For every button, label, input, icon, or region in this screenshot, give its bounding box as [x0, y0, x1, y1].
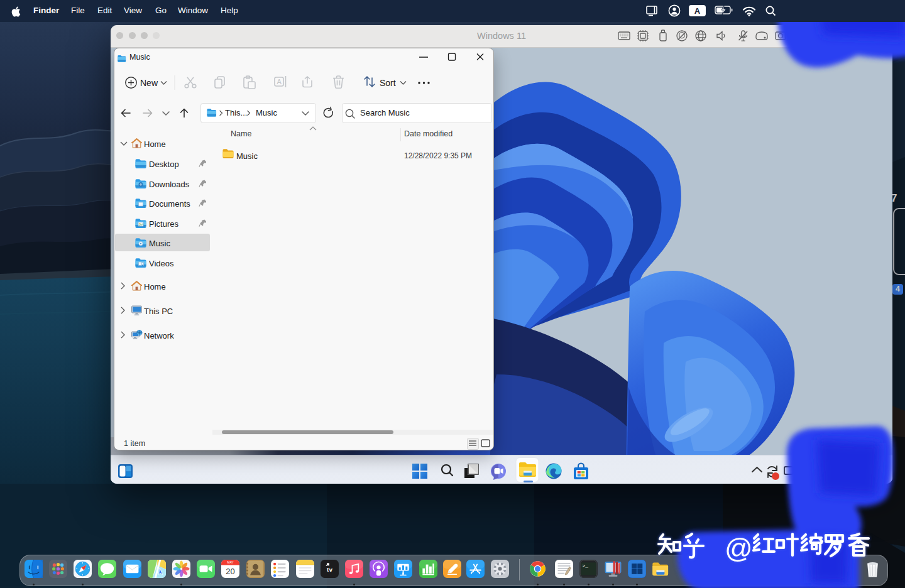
svg-text:@: @	[725, 533, 753, 564]
svg-text:A: A	[694, 6, 701, 16]
